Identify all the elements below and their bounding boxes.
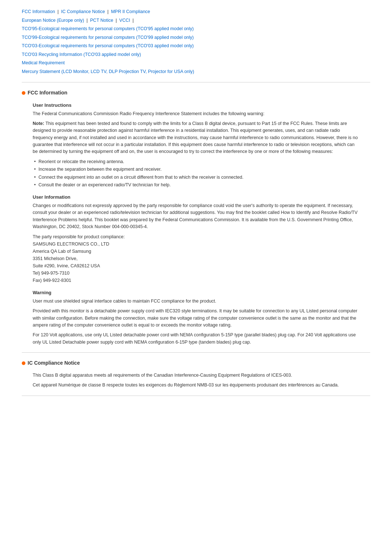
fcc-bullets-list: Reorient or relocate the receiving anten… — [33, 158, 359, 189]
fcc-user-information-para1: Changes or modifications not expressly a… — [33, 202, 359, 231]
nav-link-tco99[interactable]: TCO'99-Ecological requirements for perso… — [22, 35, 194, 40]
fcc-bullet-icon — [22, 91, 25, 95]
fcc-warning-title: Warning — [33, 289, 359, 296]
fcc-address-line-3: Suite #290, Irvine, CA92612 USA — [33, 263, 100, 268]
fcc-note-label: Note: — [33, 121, 44, 126]
nav-sep-1: | — [57, 9, 58, 14]
nav-sep-3: | — [86, 17, 87, 23]
fcc-inner: User Instructions The Federal Communicat… — [22, 102, 370, 346]
nav-link-tco03r[interactable]: TCO'03 Recycling Information (TCO'03 app… — [22, 52, 141, 57]
fcc-user-instructions-intro: The Federal Communications Commission Ra… — [33, 110, 359, 117]
fcc-address-line-2: 3351 Michelson Drive, — [33, 256, 78, 261]
fcc-warning: Warning User must use shielded signal in… — [33, 289, 359, 346]
ic-inner: This Class B digital apparatus meets all… — [22, 372, 370, 389]
fcc-user-instructions-title: User Instructions — [33, 102, 359, 109]
ic-bullet-icon — [22, 361, 25, 365]
fcc-warning-para3: For 120 Volt applications, use only UL L… — [33, 332, 359, 346]
fcc-user-information-title: User Information — [33, 194, 359, 201]
fcc-section-title: FCC Information — [22, 89, 370, 97]
ic-para1: This Class B digital apparatus meets all… — [33, 372, 359, 379]
nav-link-tco95[interactable]: TCO'95-Ecological requirements for perso… — [22, 26, 194, 31]
fcc-user-instructions-note: Note: This equipment has been tested and… — [33, 120, 359, 155]
nav-link-mpr[interactable]: MPR II Compliance — [111, 9, 150, 14]
fcc-address-line-4: Tel) 949-975-7310 — [33, 271, 69, 276]
ic-para2: Cet appareil Numérique de classe B respe… — [33, 382, 359, 389]
nav-sep-2: | — [107, 9, 109, 14]
divider-mid — [22, 352, 370, 353]
fcc-bullet-4: Consult the dealer or an experienced rad… — [33, 182, 359, 189]
nav-link-eu[interactable]: European Notice (Europe only) — [22, 18, 84, 23]
nav-link-mercury[interactable]: Mercury Statement (LCD Monitor, LCD TV, … — [22, 69, 194, 74]
nav-link-tco03[interactable]: TCO'03-Ecological requirements for perso… — [22, 43, 194, 48]
fcc-title-text: FCC Information — [28, 89, 68, 97]
fcc-address-block: The party responsible for product compli… — [33, 233, 359, 284]
nav-link-ic[interactable]: IC Compliance Notice — [61, 9, 105, 14]
fcc-warning-para1: User must use shielded signal interface … — [33, 298, 359, 305]
nav-link-fcc[interactable]: FCC Information — [22, 9, 55, 14]
fcc-bullet-3: Connect the equipment into an outlet on … — [33, 174, 359, 181]
fcc-warning-para2: Provided with this monitor is a detachab… — [33, 308, 359, 329]
fcc-section: FCC Information User Instructions The Fe… — [22, 89, 370, 346]
fcc-bullet-1: Reorient or relocate the receiving anten… — [33, 158, 359, 165]
fcc-user-information: User Information Changes or modification… — [33, 194, 359, 284]
nav-links: FCC Information | IC Compliance Notice |… — [22, 7, 370, 76]
fcc-address-label: The party responsible for product compli… — [33, 234, 125, 239]
nav-sep-4: | — [116, 17, 117, 23]
divider-bottom — [22, 396, 370, 396]
nav-link-med[interactable]: Medical Requirement — [22, 60, 65, 65]
ic-section: IC Compliance Notice This Class B digita… — [22, 359, 370, 389]
fcc-user-instructions: User Instructions The Federal Communicat… — [33, 102, 359, 189]
nav-sep-5: | — [132, 17, 134, 23]
fcc-address-line-0: SAMSUNG ELECTRONICS CO., LTD — [33, 242, 109, 247]
fcc-note-text: This equipment has been tested and found… — [33, 121, 358, 154]
ic-title-text: IC Compliance Notice — [28, 359, 80, 367]
fcc-bullet-2: Increase the separation between the equi… — [33, 166, 359, 173]
divider-top — [22, 82, 370, 82]
fcc-address-line-1: America QA Lab of Samsung — [33, 249, 91, 254]
fcc-address-line-5: Fax) 949-922-8301 — [33, 278, 71, 283]
nav-link-vcci[interactable]: VCCI — [119, 18, 130, 23]
ic-section-title: IC Compliance Notice — [22, 359, 370, 367]
nav-link-pct[interactable]: PCT Notice — [90, 18, 113, 23]
